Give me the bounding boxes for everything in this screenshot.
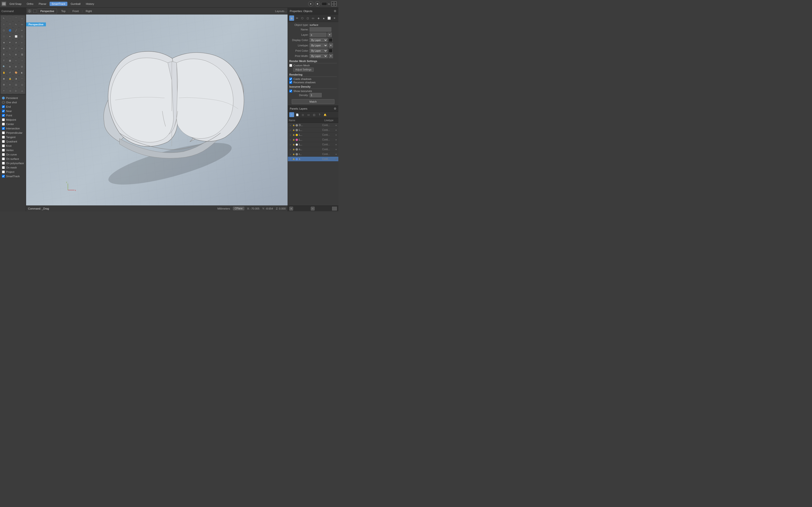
snap-project-checkbox[interactable] bbox=[2, 170, 5, 173]
sphere-tool[interactable]: ● bbox=[7, 34, 13, 39]
casts-shadows-checkbox[interactable] bbox=[289, 77, 292, 80]
display-tool[interactable]: ◫ bbox=[13, 82, 19, 88]
snap-on_mesh[interactable]: On mesh bbox=[2, 165, 24, 170]
snap-on_surface-checkbox[interactable] bbox=[2, 157, 5, 160]
extra4-tool[interactable]: △ bbox=[19, 88, 25, 94]
history-button[interactable]: History bbox=[84, 2, 96, 6]
boolean-tool[interactable]: ⊕ bbox=[13, 52, 19, 57]
top-tab[interactable]: Top bbox=[58, 8, 68, 14]
snap-on_polysurface[interactable]: On polysurface bbox=[2, 161, 24, 165]
layers-icon-file[interactable]: 📄 bbox=[295, 112, 300, 117]
snap-near-checkbox[interactable] bbox=[2, 110, 5, 113]
extra3-tool[interactable]: ▷ bbox=[13, 88, 19, 94]
more-tool[interactable]: ⋯ bbox=[19, 76, 25, 81]
gumball-button[interactable]: Gumball bbox=[68, 2, 83, 6]
layer-row[interactable]: 👁🔒sConti...◆ bbox=[288, 157, 338, 162]
cylinder-tool[interactable]: ⬠ bbox=[19, 34, 25, 39]
point-tool[interactable]: · bbox=[7, 15, 13, 21]
linetype-browse-button[interactable]: ▼ bbox=[329, 43, 333, 48]
mirror-tool[interactable]: ⇔ bbox=[19, 46, 25, 51]
right-tab[interactable]: Right bbox=[83, 8, 95, 14]
snap-vertex-checkbox[interactable] bbox=[2, 149, 5, 152]
match-button[interactable]: Match bbox=[292, 99, 335, 104]
extra2-tool[interactable]: ◁ bbox=[7, 88, 13, 94]
extra-tool[interactable]: + bbox=[1, 88, 7, 94]
display-color-select[interactable]: By Layer By Object bbox=[310, 38, 328, 42]
snap-perpendicular-checkbox[interactable] bbox=[2, 131, 5, 134]
display-color-swatch[interactable] bbox=[329, 38, 333, 42]
snap-on_surface[interactable]: On surface bbox=[2, 157, 24, 161]
layers-settings-icon[interactable]: ⚙ bbox=[334, 107, 337, 110]
layer-row[interactable]: ●🔒L...Conti...◆ bbox=[288, 132, 338, 137]
layer-icon-tool[interactable]: ≡ bbox=[7, 82, 13, 88]
snap-end[interactable]: End bbox=[2, 105, 24, 109]
snap-on_curve[interactable]: On curve bbox=[2, 152, 24, 157]
line-tool[interactable]: ╱ bbox=[13, 27, 19, 33]
snap-on_polysurface-checkbox[interactable] bbox=[2, 162, 5, 165]
rectangle-tool[interactable]: ▭ bbox=[19, 21, 25, 27]
print-color-swatch[interactable] bbox=[329, 49, 333, 53]
snap-point[interactable]: Point bbox=[2, 113, 24, 118]
properties-settings-icon[interactable]: ⚙ bbox=[334, 9, 337, 13]
show-isocurves-checkbox[interactable] bbox=[289, 90, 292, 93]
freeform-tool[interactable]: ∿ bbox=[13, 21, 19, 27]
text-tool[interactable]: T bbox=[1, 58, 7, 63]
custom-mesh-checkbox[interactable] bbox=[289, 64, 292, 67]
layers-icon-bell[interactable]: 🔔 bbox=[323, 112, 327, 117]
stop-button[interactable]: ■ bbox=[315, 1, 320, 6]
move-tool[interactable]: ✥ bbox=[1, 46, 7, 51]
layers-icon-layout[interactable]: ▭ bbox=[306, 112, 311, 117]
snap-on_curve-checkbox[interactable] bbox=[2, 153, 5, 156]
snap-quadrant[interactable]: Quadrant bbox=[2, 139, 24, 144]
layers-icon-box[interactable]: ◻ bbox=[300, 112, 305, 117]
one-shot-radio[interactable]: One shot bbox=[2, 100, 24, 105]
snap-point-checkbox[interactable] bbox=[2, 114, 5, 117]
select-tool[interactable]: ↖ bbox=[1, 15, 7, 21]
snap-midpoint[interactable]: Midpoint bbox=[2, 118, 24, 122]
snap-smarttrack-checkbox[interactable] bbox=[2, 175, 5, 178]
extrude-tool[interactable]: ⬆ bbox=[1, 52, 7, 57]
prop-box-icon[interactable]: ▭ bbox=[311, 15, 315, 21]
dimension-tool[interactable]: ↔ bbox=[13, 58, 19, 63]
planar-button[interactable]: Planar bbox=[37, 2, 49, 6]
layer-row[interactable]: ●🔒L...Conti...◆ bbox=[288, 128, 338, 132]
circle-tool[interactable]: ○ bbox=[1, 21, 7, 27]
lock-tool[interactable]: 🔒 bbox=[7, 76, 13, 81]
ortho-button[interactable]: Ortho bbox=[24, 2, 36, 6]
settings-tool[interactable]: ⚙ bbox=[1, 82, 7, 88]
cplane-button[interactable]: CPlane bbox=[233, 207, 244, 210]
layouts-button[interactable]: Layouts... bbox=[275, 10, 287, 12]
snap-intersection-checkbox[interactable] bbox=[2, 127, 5, 130]
snap-intersection[interactable]: Intersection bbox=[2, 126, 24, 131]
receives-shadows-checkbox[interactable] bbox=[289, 81, 292, 84]
layers-add-button[interactable]: + bbox=[289, 207, 293, 211]
rotate-tool[interactable]: ↻ bbox=[7, 46, 13, 51]
snap-tangent[interactable]: Tangent bbox=[2, 135, 24, 139]
smarttrack-button[interactable]: SmartTrack bbox=[50, 2, 67, 6]
mesh-tool[interactable]: ◈ bbox=[1, 40, 7, 45]
perspective-tab[interactable]: Perspective bbox=[38, 8, 57, 14]
snap-center[interactable]: Center bbox=[2, 122, 24, 126]
front-tab[interactable]: Front bbox=[70, 8, 82, 14]
zoom-in-tool[interactable]: ⊕ bbox=[7, 64, 13, 69]
layer-input[interactable] bbox=[310, 33, 326, 37]
polyline-tool[interactable]: ⌒ bbox=[13, 15, 19, 21]
rotate-view-tool[interactable]: ↺ bbox=[7, 70, 13, 75]
zoom-tool[interactable]: 🔍 bbox=[1, 64, 7, 69]
layer-browse-button[interactable]: ▼ bbox=[327, 33, 332, 37]
join-tool[interactable]: ⛓ bbox=[19, 52, 25, 57]
snap-midpoint-checkbox[interactable] bbox=[2, 118, 5, 121]
snap-knot[interactable]: Knot bbox=[2, 144, 24, 148]
leader-tool[interactable]: → bbox=[19, 58, 25, 63]
linetype-select[interactable]: By Layer bbox=[310, 43, 328, 48]
snap-perpendicular[interactable]: Perpendicular bbox=[2, 131, 24, 135]
blend-tool[interactable]: ⌀ bbox=[13, 40, 19, 45]
snap-smarttrack[interactable]: SmartTrack bbox=[2, 174, 24, 178]
layer-row[interactable]: ●🔒D...Conti...◆ bbox=[288, 123, 338, 128]
print-color-select[interactable]: By Layer bbox=[310, 49, 328, 53]
fillet-tool[interactable]: ⌐ bbox=[19, 40, 25, 45]
layer-row[interactable]: ●🔒L...Conti...◆ bbox=[288, 142, 338, 147]
snap-center-checkbox[interactable] bbox=[2, 123, 5, 125]
color-swatch[interactable] bbox=[322, 2, 327, 6]
surface-tool[interactable]: □ bbox=[1, 34, 7, 39]
